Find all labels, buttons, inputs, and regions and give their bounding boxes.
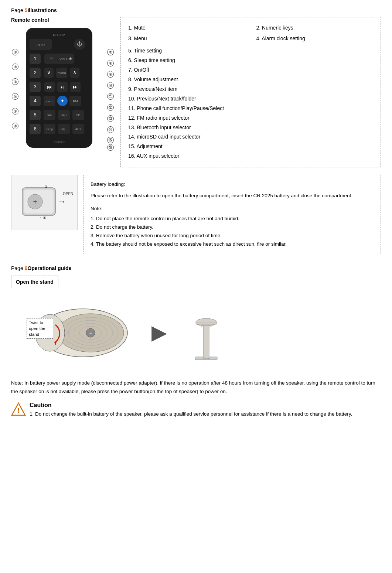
svg-text:−: − bbox=[89, 331, 92, 336]
svg-text:OPEN: OPEN bbox=[63, 192, 73, 196]
remote-control-title: Remote control bbox=[11, 17, 49, 23]
svg-text:+: + bbox=[68, 55, 72, 61]
remote-svg: RC-J6M mute ⏻ 1 − VOLUME + 2 ∨ menu bbox=[22, 26, 96, 151]
svg-text:alarm: alarm bbox=[46, 100, 53, 103]
feature-2: 2. Numeric keys bbox=[256, 23, 374, 33]
num-8: ⑧ bbox=[107, 60, 114, 66]
svg-text:sleep: sleep bbox=[46, 127, 53, 131]
feature-3: 3. Menu bbox=[128, 34, 245, 43]
caution-icon: ! bbox=[11, 402, 26, 417]
num-10: ⑩ bbox=[107, 82, 114, 89]
caution-section: ! Caution 1. Do not change the built-in … bbox=[11, 402, 381, 419]
svg-text:adj −: adj − bbox=[61, 127, 67, 131]
battery-illustration: + → 2 OPEN ↑ ① bbox=[15, 177, 74, 228]
svg-text:RC-J6M: RC-J6M bbox=[53, 33, 65, 37]
battery-section: + → 2 OPEN ↑ ① Battery loading: Please r… bbox=[11, 175, 381, 254]
remote-svg-container: ① ② ③ ④ ⑤ ⑥ ⑦ ⑧ ⑨ ⑩ ⑪ ⑫ ⑬ ⑭ ⑮ ⑯ RC-J6M bbox=[11, 26, 115, 151]
feature-16: 16. AUX input selector bbox=[128, 151, 373, 161]
page6-title: Operational guide bbox=[27, 265, 71, 271]
num-12: ⑫ bbox=[107, 104, 114, 111]
caution-title: Caution bbox=[30, 402, 352, 409]
page6-header: Page 6Operational guide bbox=[11, 265, 381, 271]
svg-text:1: 1 bbox=[34, 56, 36, 61]
svg-text:∨: ∨ bbox=[47, 69, 51, 75]
speaker-top-view: Twist to open the stand − bbox=[18, 300, 137, 366]
open-stand-label: Open the stand bbox=[11, 276, 58, 288]
note-title: Note: bbox=[91, 205, 374, 213]
num-9: ⑨ bbox=[107, 71, 114, 78]
page6-label: Page bbox=[11, 265, 25, 271]
svg-text:6: 6 bbox=[34, 126, 36, 132]
svg-rect-72 bbox=[203, 324, 209, 359]
remote-control-container: Remote control ① ② ③ ④ ⑤ ⑥ ⑦ ⑧ ⑨ ⑩ ⑪ ⑫ ⑬… bbox=[11, 17, 115, 151]
svg-text:2: 2 bbox=[45, 184, 47, 188]
note-3: 3. Remove the battery when unused for lo… bbox=[91, 232, 374, 240]
feature-7: 7. On/Off bbox=[128, 65, 373, 75]
num-5: ⑤ bbox=[12, 108, 18, 115]
svg-text:4: 4 bbox=[34, 98, 36, 103]
note-text: Note: In battery power supply mode (disc… bbox=[11, 379, 381, 396]
svg-text:∧: ∧ bbox=[73, 69, 76, 75]
num-7: ⑦ bbox=[107, 49, 114, 55]
svg-text:SD: SD bbox=[76, 113, 80, 117]
num-14: ⑭ bbox=[107, 126, 114, 133]
note-2: 2. Do not charge the battery. bbox=[91, 223, 374, 232]
svg-text:5: 5 bbox=[34, 112, 36, 117]
feature-9: 9. Previous/Next item bbox=[128, 85, 373, 94]
feature-12: 12. FM radio input selector bbox=[128, 113, 373, 123]
feature-8: 8. Volume adjustment bbox=[128, 75, 373, 85]
note-1: 1. Do not place the remote control in pl… bbox=[91, 215, 374, 223]
svg-text:time: time bbox=[47, 113, 52, 117]
svg-text:+: + bbox=[33, 198, 37, 205]
num-15: ⑮ bbox=[107, 137, 114, 143]
svg-text:✦: ✦ bbox=[60, 98, 65, 104]
num-6: ⑥ bbox=[12, 123, 18, 129]
svg-text:EDIFIER: EDIFIER bbox=[52, 140, 66, 144]
stand-diagram: Twist to open the stand − ▶ bbox=[18, 294, 381, 372]
num-4: ④ bbox=[12, 93, 18, 100]
svg-text:3: 3 bbox=[34, 84, 36, 89]
feature-1: 1. Mute bbox=[128, 23, 245, 33]
svg-text:2: 2 bbox=[34, 70, 36, 75]
page5-label: Page bbox=[11, 7, 25, 13]
caution-text: 1. Do not change the built-in battery of… bbox=[30, 410, 352, 419]
feature-4: 4. Alarm clock setting bbox=[256, 34, 374, 43]
svg-text:!: ! bbox=[17, 407, 20, 415]
features-box: 1. Mute 2. Numeric keys 3. Menu 4. Alarm… bbox=[120, 17, 381, 167]
features-grid: 1. Mute 2. Numeric keys 3. Menu 4. Alarm… bbox=[128, 23, 373, 43]
feature-15: 15. Adjustment bbox=[128, 142, 373, 151]
svg-text:⏻: ⏻ bbox=[77, 41, 82, 47]
num-13: ⑬ bbox=[107, 115, 114, 122]
speaker-stand-svg bbox=[180, 294, 232, 372]
num-16: ⑯ bbox=[107, 144, 114, 151]
num-1: ① bbox=[12, 49, 18, 55]
battery-loading-title: Battery loading: bbox=[91, 180, 374, 189]
note-4: 4. The battery should not be exposed to … bbox=[91, 240, 374, 249]
feature-11: 11. Phone call function/Play/Pause/Selec… bbox=[128, 104, 373, 113]
feature-13: 13. Bluetooth input selector bbox=[128, 123, 373, 133]
illustrations-section: Remote control ① ② ③ ④ ⑤ ⑥ ⑦ ⑧ ⑨ ⑩ ⑪ ⑫ ⑬… bbox=[11, 17, 381, 167]
twist-label: Twist to open the stand bbox=[27, 318, 53, 339]
svg-text:→: → bbox=[57, 196, 66, 206]
svg-text:⏯: ⏯ bbox=[60, 85, 65, 90]
feature-6: 6. Sleep time setting bbox=[128, 56, 373, 65]
page5-title: Illustrations bbox=[27, 7, 57, 13]
svg-text:mute: mute bbox=[37, 43, 45, 47]
feature-14: 14. microSD card input selector bbox=[128, 132, 373, 142]
page5-header: Page 5Illustrations bbox=[11, 7, 381, 13]
num-3: ③ bbox=[12, 78, 18, 85]
svg-text:FM: FM bbox=[73, 99, 78, 103]
feature-5: 5. Time setting bbox=[128, 46, 373, 56]
svg-text:adj +: adj + bbox=[61, 113, 67, 117]
features-list: 5. Time setting 6. Sleep time setting 7.… bbox=[128, 46, 373, 161]
svg-rect-74 bbox=[196, 322, 217, 324]
svg-text:menu: menu bbox=[58, 71, 66, 75]
battery-loading-text: Please refer to the illustration to open… bbox=[91, 192, 374, 200]
num-2: ② bbox=[12, 64, 18, 70]
arrow-right: ▶ bbox=[151, 322, 166, 344]
svg-text:−: − bbox=[50, 54, 54, 62]
battery-text-box: Battery loading: Please refer to the ill… bbox=[83, 175, 381, 254]
caution-content: Caution 1. Do not change the built-in ba… bbox=[30, 402, 352, 419]
svg-text:↑ ①: ↑ ① bbox=[40, 216, 46, 220]
svg-text:⏮: ⏮ bbox=[47, 84, 52, 90]
